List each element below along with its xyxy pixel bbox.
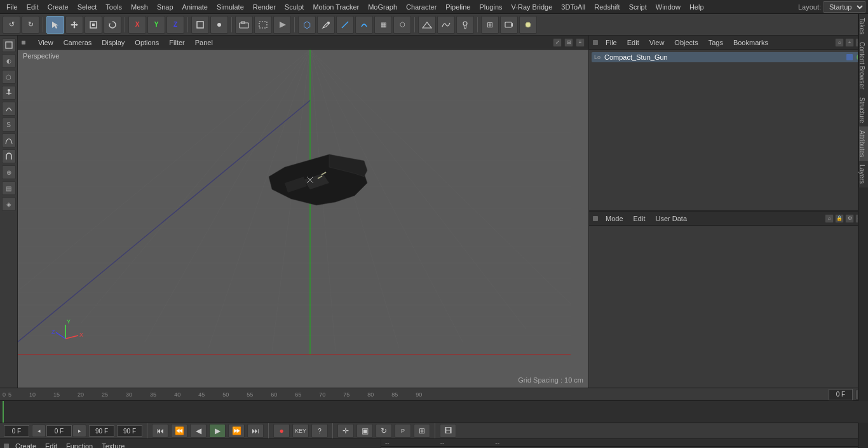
attribs-menu-mode[interactable]: Mode: [603, 214, 626, 224]
pen-tool-button[interactable]: [317, 16, 335, 34]
menu-create[interactable]: Create: [44, 2, 72, 12]
menu-pipeline[interactable]: Pipeline: [442, 2, 474, 12]
camera-button[interactable]: [235, 16, 253, 34]
frame-step-up[interactable]: ▸: [72, 424, 86, 437]
menu-3dtoall[interactable]: 3DToAll: [557, 2, 589, 12]
objects-search-btn[interactable]: ⌕: [835, 38, 844, 47]
objects-menu-bookmarks[interactable]: Bookmarks: [731, 37, 771, 48]
grid-side-btn[interactable]: ▤: [2, 181, 16, 195]
attribs-search-btn[interactable]: ⌕: [825, 214, 834, 223]
menu-script[interactable]: Script: [625, 2, 651, 12]
frame-step-down[interactable]: ◂: [32, 424, 46, 437]
move-tool-button[interactable]: [65, 16, 83, 34]
playhead[interactable]: [3, 401, 4, 423]
deform-button[interactable]: [355, 16, 373, 34]
model-mode-btn[interactable]: [2, 38, 16, 52]
array-button[interactable]: ▦: [374, 16, 392, 34]
viewport[interactable]: X Y Z: [18, 50, 588, 388]
menu-file[interactable]: File: [3, 2, 22, 12]
menu-animate[interactable]: Animate: [179, 2, 212, 12]
menu-redshift[interactable]: Redshift: [590, 2, 623, 12]
z-axis-button[interactable]: Z: [166, 16, 184, 34]
menu-vray[interactable]: V-Ray Bridge: [508, 2, 557, 12]
layer-btn[interactable]: ⊕: [2, 165, 16, 179]
menu-window[interactable]: Window: [652, 2, 684, 12]
objects-menu-file[interactable]: File: [603, 37, 620, 48]
tab-attributes[interactable]: Attributes: [858, 126, 868, 161]
texture-mode-btn[interactable]: ◐: [2, 54, 16, 68]
y-axis-button[interactable]: Y: [147, 16, 165, 34]
rigging-btn[interactable]: [2, 86, 16, 100]
objects-new-btn[interactable]: +: [845, 38, 854, 47]
timeline-track[interactable]: [0, 401, 868, 423]
menu-render[interactable]: Render: [249, 2, 280, 12]
attribs-menu-userdata[interactable]: User Data: [653, 214, 690, 224]
current-frame-field[interactable]: [46, 425, 72, 437]
vp-menu-view[interactable]: View: [36, 37, 56, 48]
go-start-button[interactable]: ⏮: [152, 424, 168, 438]
question-button[interactable]: ?: [311, 424, 328, 438]
object-mode-button[interactable]: [191, 16, 209, 34]
x-axis-button[interactable]: X: [128, 16, 146, 34]
mat-menu-texture[interactable]: Texture: [99, 441, 127, 449]
viewport-layout-btn[interactable]: ⊞: [564, 38, 573, 47]
redo-button[interactable]: ↻: [22, 16, 39, 34]
menu-edit[interactable]: Edit: [23, 2, 43, 12]
timeline-ruler[interactable]: 0 5 10 15 20 25 30 35 40 45 50 55 60 65 …: [0, 388, 868, 401]
mat-menu-create[interactable]: Create: [13, 441, 39, 449]
mirror-button[interactable]: ⬡: [393, 16, 411, 34]
render-region-button[interactable]: [254, 16, 272, 34]
objects-menu-objects[interactable]: Objects: [672, 37, 700, 48]
extra-btn[interactable]: ◈: [2, 197, 16, 211]
play-back-button[interactable]: ◀: [190, 424, 207, 438]
vp-menu-filter[interactable]: Filter: [166, 37, 187, 48]
sculpt-side-btn[interactable]: [2, 102, 16, 116]
start-frame-field[interactable]: [4, 425, 29, 437]
param-btn[interactable]: P: [395, 424, 411, 438]
vp-menu-panel[interactable]: Panel: [193, 37, 215, 48]
camera-record-button[interactable]: [500, 16, 518, 34]
magnet-btn[interactable]: [2, 149, 16, 163]
menu-character[interactable]: Character: [402, 2, 440, 12]
record-button[interactable]: ●: [273, 424, 290, 438]
3d-cube-button[interactable]: ⬡: [298, 16, 316, 34]
viewport-maximize-btn[interactable]: ⤢: [553, 38, 562, 47]
attribs-settings-btn[interactable]: ⚙: [845, 214, 854, 223]
vp-menu-options[interactable]: Options: [132, 37, 161, 48]
grid-btn[interactable]: ⊞: [414, 424, 430, 438]
undo-button[interactable]: ↺: [3, 16, 20, 34]
menu-snap[interactable]: Snap: [153, 2, 177, 12]
menu-sculpt[interactable]: Sculpt: [281, 2, 308, 12]
film-btn[interactable]: 🎞: [440, 424, 456, 438]
layout-select[interactable]: Startup: [824, 1, 865, 13]
current-frame-display[interactable]: [829, 389, 853, 400]
rotate-tool-button[interactable]: [104, 16, 121, 34]
attribs-lock-btn[interactable]: 🔒: [835, 214, 844, 223]
menu-mograph[interactable]: MoGraph: [364, 2, 401, 12]
end-frame-field[interactable]: [89, 425, 114, 437]
viewport-settings-btn[interactable]: ≡: [576, 38, 585, 47]
point-mode-button[interactable]: [210, 16, 228, 34]
tab-content-browser[interactable]: Content Browser: [858, 38, 868, 93]
objects-menu-edit[interactable]: Edit: [625, 37, 642, 48]
menu-plugins[interactable]: Plugins: [475, 2, 506, 12]
menu-mesh[interactable]: Mesh: [127, 2, 152, 12]
auto-key-button[interactable]: KEY: [292, 424, 309, 438]
terrain-button[interactable]: [418, 16, 436, 34]
menu-help[interactable]: Help: [686, 2, 708, 12]
menu-select[interactable]: Select: [74, 2, 101, 12]
light-button[interactable]: [519, 16, 537, 34]
move-btn[interactable]: ✛: [337, 424, 354, 438]
vp-menu-display[interactable]: Display: [99, 37, 127, 48]
step-back-button[interactable]: ⏪: [171, 424, 187, 438]
select-tool-button[interactable]: [46, 16, 64, 34]
play-forward-button[interactable]: ▶: [209, 424, 226, 438]
vp-menu-cameras[interactable]: Cameras: [61, 37, 95, 48]
objects-menu-view[interactable]: View: [647, 37, 667, 48]
go-end-button[interactable]: ⏭: [247, 424, 264, 438]
scale-btn[interactable]: ▣: [356, 424, 373, 438]
rotate-btn[interactable]: ↻: [376, 424, 392, 438]
preview-end-field[interactable]: [117, 425, 142, 437]
objects-menu-tags[interactable]: Tags: [706, 37, 726, 48]
nurbs-button[interactable]: [437, 16, 455, 34]
